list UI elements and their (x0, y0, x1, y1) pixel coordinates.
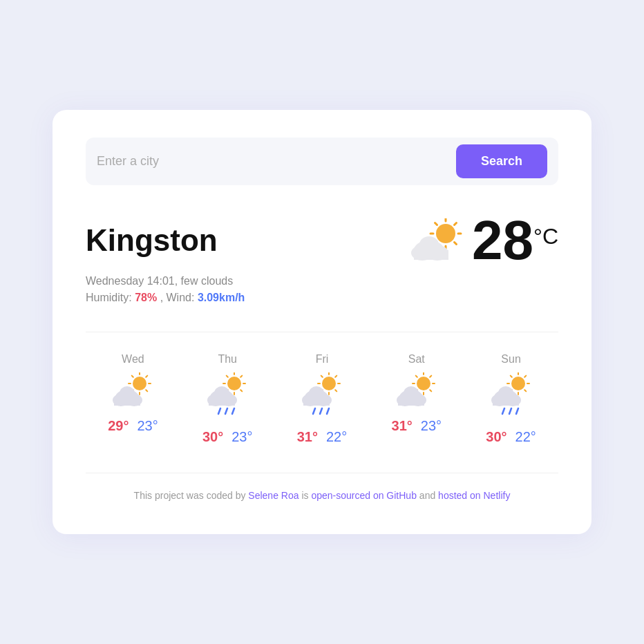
humidity-label: Humidity: (86, 292, 132, 303)
forecast-day: Sun 30° 22° (464, 353, 558, 445)
svg-point-28 (227, 377, 241, 390)
svg-rect-13 (414, 250, 448, 260)
svg-line-82 (524, 390, 526, 391)
wind-value: 3.09km/h (198, 292, 245, 303)
forecast-low: 22° (326, 429, 347, 445)
svg-line-52 (335, 376, 337, 377)
current-temp: 28 (472, 213, 533, 268)
forecast-temps: 30° 22° (486, 429, 536, 445)
svg-line-91 (509, 408, 511, 414)
forecast-low: 23° (137, 418, 158, 434)
forecast-day: Wed 29° 23° (86, 353, 180, 445)
forecast-icon-fri (301, 372, 343, 422)
footer-text-middle: is (299, 490, 312, 501)
svg-point-76 (511, 377, 525, 390)
forecast-icon-wed (112, 372, 153, 411)
svg-line-68 (430, 390, 431, 391)
weather-icon-main (410, 218, 465, 263)
wind-label: Wind: (167, 292, 195, 303)
day-label: Sun (501, 353, 520, 366)
city-info: Kingston (86, 223, 218, 258)
weather-stats: Humidity: 78% , Wind: 3.09km/h (86, 292, 558, 304)
forecast-icon-thu (207, 372, 248, 422)
svg-line-81 (510, 376, 511, 377)
forecast-temps: 29° 23° (108, 418, 158, 434)
current-weather-header: Kingston (86, 213, 558, 268)
forecast-temps: 30° 23° (202, 429, 253, 445)
forecast-day: Fri 31° 22° (275, 353, 370, 445)
svg-line-42 (218, 408, 220, 414)
app-container: Search Kingston (53, 110, 591, 534)
svg-point-45 (322, 377, 336, 390)
svg-rect-58 (303, 397, 330, 406)
svg-point-14 (133, 377, 146, 390)
svg-line-83 (524, 376, 526, 377)
svg-line-51 (335, 390, 337, 391)
svg-line-6 (455, 242, 457, 244)
temperature-display: 28 °C (410, 213, 558, 268)
humidity-value: 78% (135, 292, 157, 303)
forecast-low: 23° (421, 418, 442, 434)
forecast-low: 23° (231, 429, 252, 445)
svg-point-0 (436, 224, 455, 243)
forecast-high: 30° (202, 429, 223, 445)
svg-line-34 (240, 390, 242, 391)
svg-line-61 (327, 408, 329, 414)
svg-rect-75 (398, 397, 424, 406)
footer: This project was coded by Selene Roa is … (86, 473, 558, 501)
city-search-input[interactable] (97, 154, 448, 169)
forecast-day: Thu 30° 23° (180, 353, 275, 445)
forecast-temps: 31° 22° (297, 429, 348, 445)
svg-line-60 (320, 408, 322, 414)
forecast-temps: 31° 23° (392, 418, 442, 434)
footer-github-link[interactable]: open-sourced on GitHub (311, 490, 417, 501)
svg-line-5 (435, 222, 437, 225)
svg-line-35 (240, 376, 242, 377)
forecast-high: 31° (297, 429, 318, 445)
weather-details: Wednesday 14:01, few clouds Humidity: 78… (86, 275, 558, 304)
footer-text-before: This project was coded by (134, 490, 249, 501)
footer-text-after: and (417, 490, 438, 501)
day-label: Sat (408, 353, 425, 366)
forecast-high: 31° (392, 418, 413, 434)
forecast-section: Wed 29° 23° Thu (86, 332, 558, 445)
svg-rect-27 (114, 397, 140, 406)
day-label: Fri (316, 353, 329, 366)
svg-point-62 (417, 377, 430, 390)
svg-line-92 (516, 408, 518, 414)
forecast-icon-sat (396, 372, 437, 411)
forecast-high: 30° (486, 429, 506, 445)
day-label: Wed (122, 353, 144, 366)
footer-netlify-link[interactable]: hosted on Netlify (438, 490, 510, 501)
comma-separator: , (160, 292, 167, 303)
day-label: Thu (218, 353, 237, 366)
svg-line-7 (455, 222, 457, 225)
forecast-icon-sun (491, 372, 532, 422)
svg-line-50 (321, 376, 323, 377)
search-bar: Search (86, 138, 558, 185)
svg-rect-89 (493, 397, 519, 406)
temp-unit: °C (533, 224, 558, 249)
svg-line-43 (225, 408, 227, 414)
svg-rect-41 (209, 397, 235, 406)
search-button[interactable]: Search (456, 144, 547, 178)
weather-description: Wednesday 14:01, few clouds (86, 275, 558, 287)
svg-line-90 (502, 408, 504, 414)
svg-line-33 (227, 376, 228, 377)
temp-value-group: 28 °C (472, 213, 558, 268)
forecast-low: 22° (515, 429, 536, 445)
city-name: Kingston (86, 223, 218, 258)
svg-line-67 (415, 376, 417, 377)
forecast-day: Sat 31° 23° (369, 353, 464, 445)
svg-line-20 (146, 390, 148, 391)
svg-line-59 (313, 408, 315, 414)
svg-line-21 (146, 376, 148, 377)
svg-line-69 (430, 376, 431, 377)
forecast-high: 29° (108, 418, 129, 434)
svg-line-44 (232, 408, 234, 414)
footer-author-link[interactable]: Selene Roa (248, 490, 299, 501)
svg-line-19 (132, 376, 133, 377)
